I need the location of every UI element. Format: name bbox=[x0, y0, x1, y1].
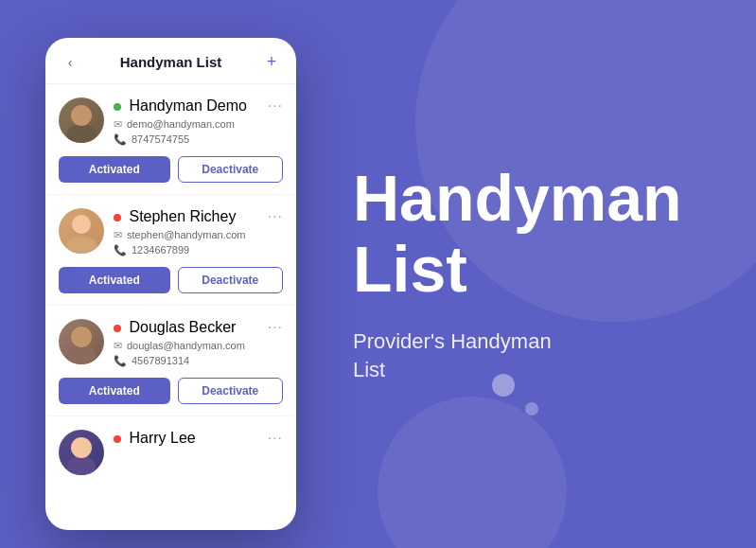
email-row: ✉ stephen@handyman.com bbox=[114, 229, 283, 241]
add-handyman-button[interactable]: + bbox=[262, 53, 281, 72]
email-icon: ✉ bbox=[114, 229, 122, 241]
more-options-button[interactable]: ··· bbox=[268, 97, 283, 115]
list-item: Stephen Richey ··· ✉ stephen@handyman.co… bbox=[45, 195, 296, 306]
phone-row: 📞 8747574755 bbox=[114, 133, 283, 146]
handyman-details: Handyman Demo ··· ✉ demo@handyman.com 📞 … bbox=[114, 97, 283, 149]
name-row: Douglas Becker ··· bbox=[114, 319, 283, 336]
more-options-button[interactable]: ··· bbox=[268, 208, 283, 225]
phone-screen: ‹ Handyman List + Handyman Demo ··· bbox=[45, 38, 296, 530]
phone-text: 8747574755 bbox=[132, 133, 189, 145]
handyman-name: Douglas Becker bbox=[114, 319, 236, 336]
email-row: ✉ douglas@handyman.com bbox=[114, 340, 283, 352]
name-row: Stephen Richey ··· bbox=[114, 208, 283, 225]
status-dot bbox=[114, 325, 121, 332]
email-text: stephen@handyman.com bbox=[127, 229, 246, 240]
action-row: Activated Deactivate bbox=[59, 378, 283, 404]
list-item: Handyman Demo ··· ✉ demo@handyman.com 📞 … bbox=[45, 84, 296, 195]
status-dot bbox=[114, 435, 121, 443]
phone-text: 1234667899 bbox=[132, 244, 189, 256]
screen-title: Handyman List bbox=[120, 54, 222, 70]
activated-button[interactable]: Activated bbox=[59, 267, 170, 293]
list-item: Douglas Becker ··· ✉ douglas@handyman.co… bbox=[45, 306, 296, 416]
handyman-name: Stephen Richey bbox=[114, 208, 236, 225]
phone-row: 📞 1234667899 bbox=[114, 244, 283, 256]
name-text: Harry Lee bbox=[129, 430, 195, 446]
name-text: Stephen Richey bbox=[129, 208, 236, 224]
action-row: Activated Deactivate bbox=[59, 156, 283, 183]
email-icon: ✉ bbox=[114, 118, 122, 131]
handyman-info-row: Handyman Demo ··· ✉ demo@handyman.com 📞 … bbox=[59, 97, 283, 149]
phone-text: 4567891314 bbox=[132, 355, 189, 366]
action-row: Activated Deactivate bbox=[59, 267, 283, 293]
handyman-name: Harry Lee bbox=[114, 430, 196, 447]
handyman-info-row: Stephen Richey ··· ✉ stephen@handyman.co… bbox=[59, 208, 283, 259]
phone-icon: 📞 bbox=[114, 355, 127, 367]
email-text: demo@handyman.com bbox=[127, 118, 235, 130]
name-text: Handyman Demo bbox=[129, 97, 247, 114]
email-text: douglas@handyman.com bbox=[127, 340, 245, 351]
email-icon: ✉ bbox=[114, 340, 122, 352]
avatar bbox=[59, 97, 104, 143]
back-button[interactable]: ‹ bbox=[61, 53, 79, 72]
page-title: HandymanList bbox=[353, 163, 682, 305]
bg-decoration-medium bbox=[378, 397, 567, 548]
phone-icon: 📞 bbox=[114, 244, 127, 256]
activated-button[interactable]: Activated bbox=[59, 378, 170, 404]
activated-button[interactable]: Activated bbox=[59, 156, 170, 183]
deactivate-button[interactable]: Deactivate bbox=[178, 156, 284, 183]
phone-row: 📞 4567891314 bbox=[114, 355, 283, 367]
avatar bbox=[59, 319, 104, 364]
bg-decoration-tiny bbox=[525, 402, 538, 415]
name-text: Douglas Becker bbox=[129, 319, 236, 335]
page-subtitle: Provider's HandymanList bbox=[353, 327, 682, 386]
handyman-name: Handyman Demo bbox=[114, 97, 247, 115]
right-content-section: HandymanList Provider's HandymanList bbox=[353, 163, 682, 385]
phone-mockup: ‹ Handyman List + Handyman Demo ··· bbox=[45, 38, 296, 530]
list-item-partial: Harry Lee ··· bbox=[45, 416, 296, 488]
more-options-button[interactable]: ··· bbox=[268, 430, 283, 447]
handyman-info-row: Harry Lee ··· bbox=[59, 430, 283, 475]
handyman-details: Harry Lee ··· bbox=[114, 430, 283, 451]
handyman-list-content: Handyman Demo ··· ✉ demo@handyman.com 📞 … bbox=[45, 84, 296, 527]
name-row: Handyman Demo ··· bbox=[114, 97, 283, 115]
deactivate-button[interactable]: Deactivate bbox=[178, 267, 284, 293]
avatar bbox=[59, 430, 104, 475]
more-options-button[interactable]: ··· bbox=[268, 319, 283, 336]
handyman-details: Douglas Becker ··· ✉ douglas@handyman.co… bbox=[114, 319, 283, 370]
avatar bbox=[59, 208, 104, 254]
status-dot bbox=[114, 103, 121, 111]
email-row: ✉ demo@handyman.com bbox=[114, 118, 283, 131]
handyman-info-row: Douglas Becker ··· ✉ douglas@handyman.co… bbox=[59, 319, 283, 370]
phone-header: ‹ Handyman List + bbox=[45, 38, 296, 84]
handyman-details: Stephen Richey ··· ✉ stephen@handyman.co… bbox=[114, 208, 283, 259]
status-dot bbox=[114, 214, 121, 221]
phone-icon: 📞 bbox=[114, 133, 127, 146]
name-row: Harry Lee ··· bbox=[114, 430, 283, 447]
deactivate-button[interactable]: Deactivate bbox=[178, 378, 284, 404]
